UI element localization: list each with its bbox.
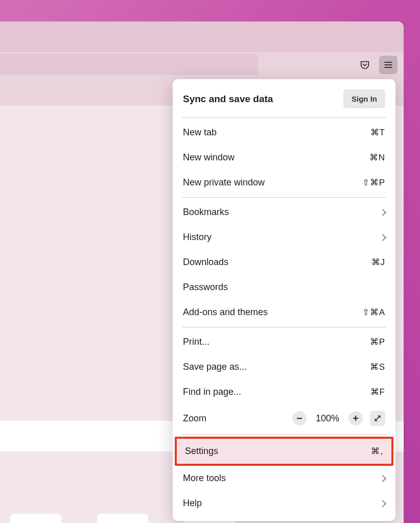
menu-downloads[interactable]: Downloads ⌘J: [173, 250, 395, 275]
menu-new-window[interactable]: New window ⌘N: [173, 145, 395, 170]
menu-help[interactable]: Help: [173, 491, 395, 516]
menu-shortcut: ⌘,: [371, 446, 383, 457]
menu-label: Add-ons and themes: [183, 307, 362, 318]
menu-label: Print...: [183, 337, 370, 347]
menu-label: History: [183, 232, 380, 243]
menu-label: Save page as...: [183, 362, 370, 372]
url-bar[interactable]: [0, 54, 258, 75]
menu-sync-header: Sync and save data Sign In: [173, 84, 395, 115]
chevron-right-icon: [379, 233, 386, 241]
zoom-value: 100%: [314, 413, 341, 424]
menu-new-tab[interactable]: New tab ⌘T: [173, 120, 395, 145]
zoom-out-button[interactable]: −: [292, 411, 307, 425]
chevron-right-icon: [379, 208, 386, 216]
menu-passwords[interactable]: Passwords: [173, 275, 395, 300]
menu-shortcut: ⌘N: [369, 152, 385, 163]
settings-highlight: Settings ⌘,: [175, 437, 393, 466]
chevron-right-icon: [379, 474, 386, 482]
menu-divider: [182, 434, 386, 435]
fullscreen-button[interactable]: [370, 411, 385, 426]
tab-bar: [0, 21, 404, 52]
menu-shortcut: ⌘J: [371, 257, 386, 268]
menu-label: New window: [183, 152, 369, 163]
menu-label: Passwords: [183, 282, 385, 293]
pocket-icon[interactable]: [356, 56, 374, 74]
menu-label: Bookmarks: [183, 207, 380, 218]
sign-in-button[interactable]: Sign In: [343, 89, 385, 108]
menu-divider: [182, 117, 386, 118]
footer-tab[interactable]: [10, 514, 61, 523]
menu-addons[interactable]: Add-ons and themes ⇧⌘A: [173, 300, 395, 325]
menu-shortcut: ⌘P: [370, 337, 385, 347]
zoom-in-button[interactable]: +: [348, 411, 363, 425]
menu-divider: [182, 197, 386, 198]
menu-bookmarks[interactable]: Bookmarks: [173, 200, 395, 225]
menu-more-tools[interactable]: More tools: [173, 466, 395, 491]
hamburger-menu-icon[interactable]: [379, 56, 398, 74]
menu-shortcut: ⌘F: [370, 387, 385, 397]
menu-shortcut: ⇧⌘A: [362, 307, 385, 318]
menu-label: New tab: [183, 127, 370, 138]
menu-label: More tools: [183, 473, 380, 484]
menu-label: Find in page...: [183, 387, 370, 397]
menu-divider: [182, 327, 386, 327]
footer-tab[interactable]: [97, 514, 148, 523]
menu-print[interactable]: Print... ⌘P: [173, 329, 395, 354]
sync-title: Sync and save data: [183, 93, 273, 105]
menu-find-in-page[interactable]: Find in page... ⌘F: [173, 379, 395, 405]
menu-label: Downloads: [183, 257, 371, 268]
chevron-right-icon: [379, 500, 386, 507]
menu-shortcut: ⇧⌘P: [362, 177, 385, 188]
menu-new-private-window[interactable]: New private window ⇧⌘P: [173, 170, 395, 195]
menu-shortcut: ⌘S: [370, 362, 385, 372]
menu-save-page[interactable]: Save page as... ⌘S: [173, 354, 395, 379]
menu-shortcut: ⌘T: [370, 127, 385, 138]
menu-label: Help: [183, 498, 380, 509]
zoom-label: Zoom: [183, 413, 285, 424]
menu-settings[interactable]: Settings ⌘,: [177, 439, 391, 464]
menu-zoom-row: Zoom − 100% +: [173, 405, 395, 432]
application-menu: Sync and save data Sign In New tab ⌘T Ne…: [173, 79, 395, 521]
menu-history[interactable]: History: [173, 225, 395, 250]
menu-label: Settings: [185, 446, 371, 457]
menu-label: New private window: [183, 177, 362, 188]
